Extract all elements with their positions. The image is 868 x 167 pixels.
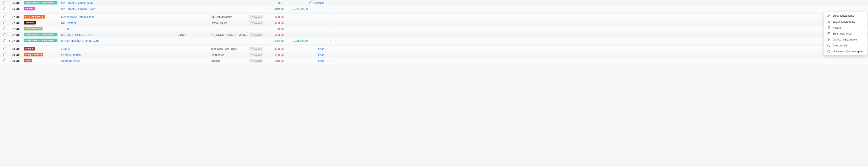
svg-marker-31 <box>9 40 10 42</box>
row-checkbox[interactable] <box>3 34 6 36</box>
row-location: Casa 2 <box>178 34 211 36</box>
row-actions-button[interactable] <box>328 7 333 10</box>
row-date: 17 Jul <box>12 28 24 31</box>
row-actions-button[interactable] <box>328 53 333 56</box>
transaction-link[interactable]: Net Telefone <box>61 21 77 25</box>
transaction-link[interactable]: PIX TRANSF conta t16/07 <box>61 1 94 4</box>
row-date: 18 Jul <box>12 59 24 62</box>
menu-edit[interactable]: Editar lançamento <box>824 13 867 19</box>
table-row: 16 JulVendasPIX TRANSF Granatu16/0718.01… <box>0 6 868 12</box>
row-actions-button[interactable] <box>328 15 333 18</box>
row-checkbox[interactable] <box>3 47 6 50</box>
transaction-link[interactable]: Mensalidade Contabilidade <box>61 15 95 18</box>
row-checkbox[interactable] <box>3 39 6 42</box>
table-row: 17 JulAdministrativoTESTE-69,70 <box>0 26 868 32</box>
category-tag[interactable]: Telefone <box>24 20 36 25</box>
svg-point-33 <box>330 41 331 41</box>
transaction-link[interactable]: TESTE <box>61 27 70 31</box>
menu-origin[interactable]: Movimentação de origem <box>824 49 867 54</box>
receipt-icon <box>827 26 830 29</box>
row-counterparty: Imobiliária Bom Lugar <box>211 47 249 50</box>
row-amount: -520,00 <box>261 21 285 25</box>
category-tag[interactable]: Adiantamento - Funcionári… <box>24 39 58 42</box>
row-amount: -69,70 <box>261 27 285 31</box>
row-checkbox[interactable] <box>3 59 6 62</box>
row-counterparty: Sabesp <box>211 59 249 62</box>
row-actions-button[interactable] <box>328 59 333 62</box>
status-pago[interactable]: Pago <box>318 53 328 56</box>
transaction-link[interactable]: Energia Elétrica <box>61 53 81 56</box>
table-row: 16 JulAdiantamento - Funcionári…PIX TRAN… <box>0 0 868 6</box>
menu-receipt[interactable]: Recibo <box>824 25 867 31</box>
category-tag[interactable]: Energia elétrica <box>24 53 43 56</box>
svg-point-34 <box>330 42 331 42</box>
row-actions-button[interactable] <box>328 27 333 31</box>
category-tag[interactable]: Água <box>24 58 32 62</box>
svg-point-7 <box>330 10 331 10</box>
row-date: 17 Jul <box>12 22 24 25</box>
category-tag[interactable]: Adiantamento - Funcionári… <box>24 1 58 4</box>
svg-point-23 <box>330 23 331 23</box>
table-row: 17 JulAdiantamento - Funcionári…(8) PIX … <box>0 38 868 44</box>
row-checkbox[interactable] <box>3 53 6 56</box>
transaction-link[interactable]: PIX TRANSF Granatu16/07 <box>61 7 95 10</box>
menu-invoice[interactable]: Emitir nota fiscal <box>824 31 867 37</box>
row-date: 18 Jul <box>12 53 24 56</box>
table-row: 17 JulAdiantamento - Funcionári…SISPAG F… <box>0 32 868 38</box>
check-icon <box>325 1 328 4</box>
menu-duplicate[interactable]: Duplicar lançamento <box>824 37 867 43</box>
status-recebido[interactable]: Recebido <box>313 1 328 4</box>
row-checkbox[interactable] <box>3 28 6 30</box>
copy-icon <box>827 38 830 41</box>
svg-point-32 <box>330 40 331 40</box>
svg-point-29 <box>330 35 331 35</box>
refresh-icon <box>250 15 253 18</box>
transaction-link[interactable]: Conta de Água <box>61 59 80 62</box>
row-checkbox[interactable] <box>3 7 6 10</box>
transaction-link[interactable]: Aluguel <box>61 47 70 50</box>
status-pago[interactable]: Pago <box>318 59 328 62</box>
svg-point-27 <box>330 30 331 30</box>
pencil-icon <box>827 14 830 17</box>
row-balance: 7.031.534,68 <box>285 39 308 42</box>
category-tag[interactable]: Adiantamento - Funcionári… <box>24 33 58 36</box>
svg-marker-1 <box>311 2 311 3</box>
refresh-icon <box>250 21 253 25</box>
svg-point-19 <box>330 16 331 16</box>
unlink-icon <box>827 44 830 47</box>
svg-point-28 <box>330 34 331 34</box>
svg-point-6 <box>330 9 331 9</box>
svg-point-3 <box>330 3 331 3</box>
row-actions-button[interactable] <box>328 21 333 25</box>
category-tag[interactable]: Vendas <box>24 7 35 10</box>
row-actions-button[interactable] <box>328 1 333 4</box>
row-context-menu: Editar lançamentoExcluir lançamentoRecib… <box>824 12 867 55</box>
category-tag[interactable]: Administrativo <box>24 27 42 31</box>
row-actions-button[interactable] <box>328 47 333 50</box>
transaction-link[interactable]: (8) PIX TRANSF Granatu17/07 <box>61 39 99 42</box>
row-actions-button[interactable] <box>328 33 333 36</box>
row-date: 18 Jul <box>12 47 24 50</box>
status-pago[interactable]: Pago <box>318 47 328 50</box>
row-checkbox[interactable] <box>3 1 6 4</box>
category-tag[interactable]: CONTABILIDADE <box>24 15 45 18</box>
svg-point-41 <box>330 60 331 60</box>
expand-icon[interactable] <box>8 39 11 42</box>
category-tag[interactable]: Aluguel <box>24 47 35 50</box>
svg-point-40 <box>330 55 331 56</box>
row-date: 17 Jul <box>12 15 24 18</box>
row-counterparty: Eletropaulo <box>211 53 249 56</box>
row-checkbox[interactable] <box>3 22 6 24</box>
refresh-icon <box>250 33 253 36</box>
group-spacer <box>0 12 868 14</box>
row-counterparty: Flavio Logullo <box>211 22 249 25</box>
transaction-link[interactable]: SISPAG FORNECEDORES <box>61 33 95 36</box>
table-row: 18 JulÁguaConta de ÁguaSabespMensal-210,… <box>0 58 868 64</box>
row-checkbox[interactable] <box>3 15 6 18</box>
row-amount: -2.500,00 <box>261 47 285 50</box>
origin-icon <box>827 50 830 53</box>
menu-delete[interactable]: Excluir lançamento <box>824 19 867 25</box>
menu-unreconcile[interactable]: Desconciliar <box>824 43 867 49</box>
row-date: 17 Jul <box>12 34 24 36</box>
row-actions-button[interactable] <box>328 39 333 42</box>
